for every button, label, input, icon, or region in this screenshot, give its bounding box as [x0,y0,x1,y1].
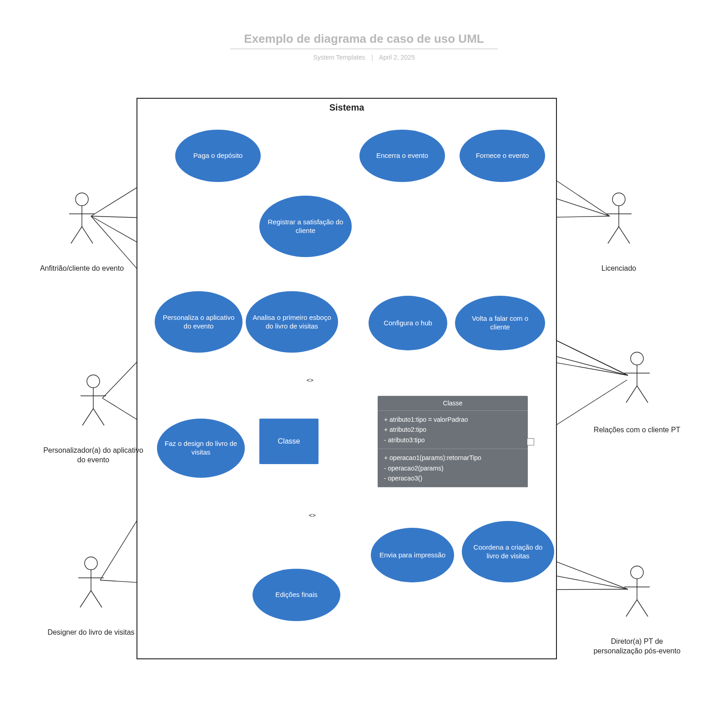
svg-line-24 [91,591,102,607]
usecase-provide: Fornece o evento [460,130,545,182]
system-label: Sistema [137,102,556,113]
svg-line-23 [80,591,91,607]
svg-line-9 [619,227,630,243]
include-label: <> [307,377,313,384]
svg-line-13 [82,409,93,425]
usecase-close: Encerra o evento [359,130,445,182]
actor-label-customizer: Personalizador(a) do aplicativo do event… [43,446,143,465]
usecase-design: Faz o design do livro de visitas [157,419,245,478]
usecase-print: Envia para impressão [371,528,454,582]
svg-line-14 [93,409,104,425]
svg-line-18 [626,386,637,403]
svg-line-4 [82,227,93,243]
class-node: Classe [259,419,318,464]
actor-label-designer: Designer do livro de visitas [41,628,141,637]
usecase-coord: Coordena a criação do livro de visitas [462,521,554,582]
svg-point-25 [631,566,643,579]
actor-label-director: Diretor(a) PT de personalização pós-even… [587,637,687,656]
usecase-personalize: Personaliza o aplicativo do evento [155,291,243,353]
usecase-analyze: Analisa o primeiro esboço do livro de vi… [246,291,338,353]
svg-line-3 [71,227,82,243]
usecase-deposit: Paga o depósito [175,130,261,182]
svg-line-19 [637,386,648,403]
svg-point-10 [87,375,100,388]
actor-label-client_rel: Relações com o cliente PT [587,425,687,435]
svg-line-28 [626,600,637,617]
usecase-followup: Volta a falar com o cliente [455,296,545,350]
svg-line-29 [637,600,648,617]
svg-line-8 [608,227,619,243]
usecase-satisf: Registrar a satisfação do cliente [259,196,352,257]
svg-point-0 [76,193,88,206]
usecase-final: Edições finais [253,569,340,621]
svg-point-15 [631,352,643,365]
include-label: <> [309,512,316,519]
actor-label-licensee: Licenciado [569,264,669,273]
class-note: Classe+ atributo1:tipo = valorPadrao+ at… [378,396,528,487]
actor-label-host: Anfitrião/cliente do evento [32,264,132,273]
svg-point-5 [612,193,625,206]
usecase-config: Configura o hub [369,296,447,350]
svg-point-20 [85,557,97,570]
